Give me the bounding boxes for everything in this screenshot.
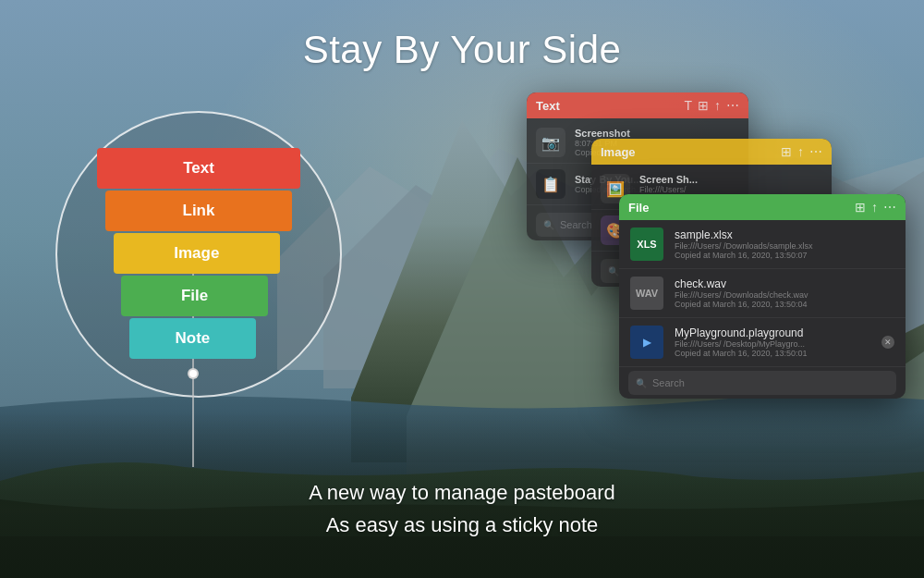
item-icon: 📷 (536, 128, 565, 157)
pin-icon[interactable]: ⊞ (698, 98, 709, 113)
category-image[interactable]: Image (114, 233, 280, 274)
item-icon: 📋 (536, 169, 565, 199)
file-icon-playground: ▶ (630, 326, 663, 359)
file-info: check.wav File:///Users/ /Downloads/chec… (675, 277, 894, 309)
category-text[interactable]: Text (97, 148, 300, 189)
file-close-button[interactable]: ✕ (881, 336, 894, 349)
file-window-titlebar: File ⊞ ↑ ⋯ (619, 194, 906, 220)
text-window-icons: T ⊞ ↑ ⋯ (684, 98, 739, 113)
search-icon: 🔍 (543, 220, 554, 230)
file-date: Copied at March 16, 2020, 13:50:07 (675, 251, 894, 260)
file-icon-wav: WAV (630, 277, 663, 310)
file-name: MyPlayground.playground (675, 326, 870, 339)
category-circle: Text Link Image File Note (55, 111, 342, 398)
image-window-title: Image (601, 145, 636, 159)
search-icon: 🔍 (636, 378, 647, 388)
share-icon[interactable]: ↑ (714, 98, 721, 113)
category-note[interactable]: Note (129, 318, 255, 359)
pin-icon[interactable]: ⊞ (781, 144, 792, 159)
item-name: Screen Sh... (639, 174, 822, 185)
page-subtitle: A new way to manage pasteboard As easy a… (0, 476, 924, 541)
subtitle-line2: As easy as using a sticky note (0, 509, 924, 541)
app-windows: Text T ⊞ ↑ ⋯ 📷 Screenshot 8:07:51 PM Cop… (517, 92, 906, 462)
file-item-xlsx[interactable]: XLS sample.xlsx File:///Users/ /Download… (619, 220, 906, 269)
file-info: sample.xlsx File:///Users/ /Downloads/sa… (675, 228, 894, 260)
category-file[interactable]: File (121, 276, 267, 316)
file-window: File ⊞ ↑ ⋯ XLS sample.xlsx File:///Users… (619, 194, 906, 399)
item-meta: File:///Users/ (639, 185, 822, 194)
connector-dot (188, 368, 199, 379)
file-meta: File:///Users/ /Downloads/check.wav (675, 290, 894, 300)
search-placeholder: Search (560, 219, 592, 230)
subtitle-line1: A new way to manage pasteboard (0, 476, 924, 509)
text-window-title: Text (536, 99, 560, 113)
search-placeholder: Search (652, 377, 685, 388)
more-icon[interactable]: ⋯ (726, 98, 739, 113)
page-title: Stay By Your Side (0, 28, 924, 72)
file-window-icons: ⊞ ↑ ⋯ (855, 200, 896, 215)
text-window-titlebar: Text T ⊞ ↑ ⋯ (527, 92, 748, 118)
file-item-wav[interactable]: WAV check.wav File:///Users/ /Downloads/… (619, 269, 906, 318)
file-icon-xlsx: XLS (630, 228, 663, 261)
category-link[interactable]: Link (105, 191, 292, 231)
pin-icon[interactable]: ⊞ (855, 200, 866, 215)
category-tabs: Text Link Image File Note (97, 148, 300, 361)
item-name: Screenshot (575, 128, 739, 139)
more-icon[interactable]: ⋯ (883, 200, 896, 215)
file-meta: File:///Users/ /Downloads/sample.xlsx (675, 241, 894, 251)
file-date: Copied at March 16, 2020, 13:50:04 (675, 300, 894, 309)
search-icon: 🔍 (608, 266, 619, 277)
file-item-playground[interactable]: ▶ MyPlayground.playground File:///Users/… (619, 318, 906, 367)
file-name: sample.xlsx (675, 228, 894, 241)
share-icon[interactable]: ↑ (797, 144, 804, 159)
image-window-icons: ⊞ ↑ ⋯ (781, 144, 822, 159)
text-type-icon[interactable]: T (684, 98, 692, 113)
image-window-titlebar: Image ⊞ ↑ ⋯ (591, 139, 832, 165)
file-date: Copied at March 16, 2020, 13:50:01 (675, 349, 870, 358)
share-icon[interactable]: ↑ (871, 200, 878, 215)
file-name: check.wav (675, 277, 894, 290)
file-window-title: File (628, 201, 649, 215)
file-info: MyPlayground.playground File:///Users/ /… (675, 326, 870, 358)
more-icon[interactable]: ⋯ (809, 144, 822, 159)
file-meta: File:///Users/ /Desktop/MyPlaygro... (675, 339, 870, 349)
file-search-bar[interactable]: 🔍 Search (628, 371, 896, 395)
svg-rect-2 (0, 536, 924, 578)
